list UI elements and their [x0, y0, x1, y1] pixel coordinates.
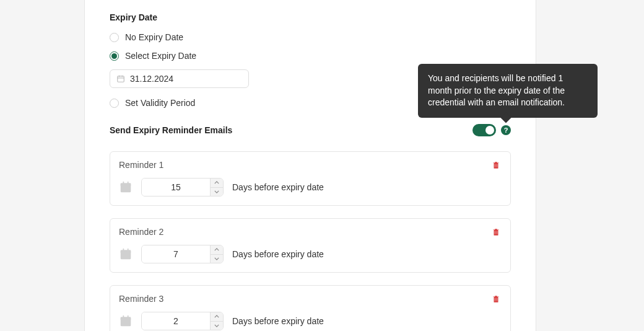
expiry-date-input[interactable] [130, 74, 242, 84]
radio-label-select-expiry: Select Expiry Date [125, 51, 196, 61]
calendar-icon [119, 180, 133, 194]
stepper-up[interactable] [211, 312, 223, 322]
stepper-down[interactable] [211, 255, 223, 263]
reminder-title: Reminder 1 [119, 160, 163, 170]
svg-rect-14 [123, 316, 124, 318]
chevron-down-icon [214, 190, 219, 193]
days-input[interactable] [142, 179, 210, 196]
days-before-label: Days before expiry date [232, 316, 324, 326]
svg-rect-6 [123, 182, 124, 184]
stepper-down[interactable] [211, 322, 223, 330]
reminder-card: Reminder 1 [110, 151, 511, 206]
quantity-stepper[interactable] [141, 312, 224, 330]
trash-icon [492, 160, 500, 170]
radio-select-expiry[interactable]: Select Expiry Date [110, 51, 511, 61]
chevron-up-icon [214, 315, 219, 318]
radio-label-set-validity: Set Validity Period [125, 98, 195, 108]
radio-icon-selected [110, 51, 119, 61]
radio-icon [110, 99, 119, 108]
svg-rect-15 [128, 316, 129, 318]
delete-button[interactable] [490, 226, 502, 237]
quantity-stepper[interactable] [141, 178, 224, 196]
stepper-up[interactable] [211, 245, 223, 255]
chevron-down-icon [214, 324, 219, 327]
expiry-date-field[interactable] [110, 69, 249, 88]
reminders-toggle-label: Send Expiry Reminder Emails [110, 125, 232, 135]
reminder-title: Reminder 3 [119, 294, 163, 304]
quantity-stepper[interactable] [141, 245, 224, 263]
trash-icon [492, 227, 500, 237]
help-icon[interactable]: ? [501, 125, 511, 135]
trash-icon [492, 294, 500, 304]
reminder-card: Reminder 2 [110, 218, 511, 273]
chevron-up-icon [214, 248, 219, 251]
radio-no-expiry[interactable]: No Expiry Date [110, 32, 511, 42]
days-before-label: Days before expiry date [232, 182, 324, 192]
reminder-card: Reminder 3 [110, 285, 511, 331]
days-input[interactable] [142, 312, 210, 330]
radio-label-no-expiry: No Expiry Date [125, 32, 183, 42]
delete-button[interactable] [490, 159, 502, 170]
svg-rect-11 [128, 249, 129, 251]
svg-rect-0 [118, 76, 124, 82]
delete-button[interactable] [490, 293, 502, 304]
help-tooltip: You and recipients will be notified 1 mo… [418, 64, 598, 118]
svg-rect-7 [128, 182, 129, 184]
svg-rect-10 [123, 249, 124, 251]
svg-rect-9 [121, 250, 131, 254]
days-input[interactable] [142, 245, 210, 263]
svg-rect-13 [121, 317, 131, 320]
days-before-label: Days before expiry date [232, 249, 324, 259]
expiry-date-title: Expiry Date [110, 12, 511, 22]
chevron-up-icon [214, 181, 219, 184]
svg-rect-5 [121, 183, 131, 187]
reminder-title: Reminder 2 [119, 227, 163, 237]
stepper-down[interactable] [211, 188, 223, 196]
calendar-icon [116, 74, 125, 83]
reminders-toggle[interactable] [472, 124, 496, 136]
chevron-down-icon [214, 257, 219, 260]
calendar-icon [119, 247, 133, 261]
calendar-icon [119, 314, 133, 328]
stepper-up[interactable] [211, 179, 223, 188]
radio-icon [110, 33, 119, 42]
